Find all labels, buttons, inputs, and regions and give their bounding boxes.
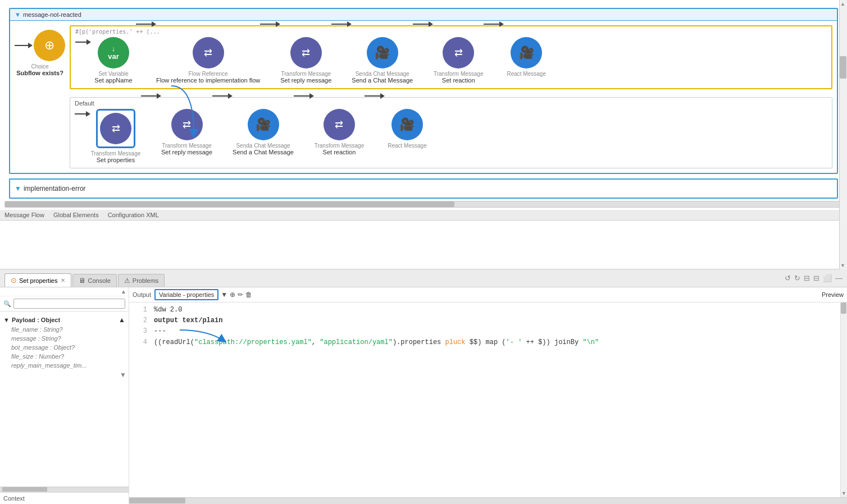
search-input[interactable] [13,299,125,309]
collapse-triangle[interactable]: ▼ [15,11,21,18]
payload-item-0: file_name : String? [0,325,129,334]
tab-console-icon: 🖥 [79,277,85,285]
scroll-down-btn[interactable]: ▼ [120,371,126,379]
delete-icon[interactable]: 🗑 [245,291,252,299]
tab-problems-icon: ⚠ [124,277,130,285]
minimize-icon[interactable]: — [835,274,843,282]
tab-console-label: Console [88,277,110,284]
code-line-4: 4 ((readUrl("classpath://properties.yaml… [129,337,840,348]
set-variable-type: Set Variable [98,71,129,77]
send-chat1-icon: 🎥 [367,37,398,68]
default-node-send-chat2[interactable]: 🎥 Senda Chat Message Send a Chat Message [233,109,294,155]
connector3 [331,21,352,27]
split-h-icon[interactable]: ⊟ [813,274,819,282]
payload-item-4: reply_main_message_tim... [0,361,129,370]
tab-problems[interactable]: ⚠ Problems [118,274,165,287]
impl-error-block: ▼ implementation-error [9,178,838,199]
yellow-node-set-variable[interactable]: ↓var Set Variable Set appName [91,37,136,84]
editor-toolbar: Output Variable - properties ▼ ⊕ ✏ 🗑 Pre… [129,287,847,303]
tab-set-properties[interactable]: ⊙ Set properties ✕ [4,273,71,287]
transform-reaction-icon: ⇄ [324,109,355,140]
set-props-type: Transform Message [91,150,141,157]
default-node-set-properties[interactable]: ⇄ Transform Message Set properties [90,109,141,163]
d-connector4 [365,93,385,99]
add-icon[interactable]: ⊕ [230,291,235,299]
connector5 [484,21,504,27]
variable-badge[interactable]: Variable - properties [154,289,218,300]
transform1-type: Transform Message [281,71,331,77]
impl-label: implementation-error [24,185,86,193]
default-node-transform-reply[interactable]: ⇄ Transform Message Set reply message [161,109,212,155]
code-container: 1 %dw 2.0 2 output text/plain 3 --- 4 [129,303,847,497]
payload-scroll-up[interactable]: ▲ [119,316,125,324]
undo-icon[interactable]: ↺ [785,274,791,282]
right-panel: Output Variable - properties ▼ ⊕ ✏ 🗑 Pre… [129,287,847,504]
start-arrow [15,30,33,61]
top-right-toolbar: ↺ ↻ ⊟ ⊟ ⬜ — [785,274,843,282]
code-editor[interactable]: 1 %dw 2.0 2 output text/plain 3 --- 4 [129,303,840,497]
payload-header-text: Payload : Object [12,317,60,323]
link-global-elements[interactable]: Global Elements [53,212,99,218]
left-h-thumb [2,487,47,492]
yellow-node-send-chat1[interactable]: 🎥 Senda Chat Message Send a Chat Message [352,37,413,84]
default-label: Default [75,100,827,107]
choice-name: Subflow exists? [16,70,63,76]
edit-icon[interactable]: ✏ [238,291,243,299]
default-node-react2[interactable]: 🎥 React Message [385,109,430,149]
line-num-4: 4 [134,337,147,348]
choice-icon: ⊕ [34,30,65,61]
redo-icon[interactable]: ↻ [794,274,800,282]
flow-h-scrollbar[interactable] [4,201,843,208]
set-variable-icon: ↓var [98,37,129,68]
yellow-node-transform1[interactable]: ⇄ Transform Message Set reply message [280,37,331,84]
vscroll-up-arrow[interactable]: ▲ [840,1,845,7]
react1-type: React Message [507,71,545,77]
d-connector2 [212,93,233,99]
payload-tree: ▼ Payload : Object ▲ file_name : String?… [0,311,129,487]
impl-triangle[interactable]: ▼ [15,185,21,193]
maximize-icon[interactable]: ⬜ [823,274,832,282]
transform-reply-name: Set reply message [161,149,212,155]
yellow-node-transform2[interactable]: ⇄ Transform Message Set reaction [433,37,484,84]
payload-item-3: file_size : Number? [0,352,129,361]
choice-node[interactable]: ⊕ Choice Subflow exists? [15,30,65,76]
send-chat2-type: Senda Chat Message [236,143,290,149]
send-chat2-name: Send a Chat Message [233,149,294,155]
link-message-flow[interactable]: Message Flow [4,212,44,218]
code-h-scrollbar[interactable] [129,497,847,504]
flow-h-scrollbar-thumb [5,201,454,207]
send-chat1-type: Senda Chat Message [356,71,409,77]
react2-icon: 🎥 [391,109,423,140]
scroll-down-arrow[interactable]: ▼ [841,491,846,496]
tab-problems-label: Problems [133,277,158,284]
dropdown-arrow-icon[interactable]: ▼ [221,291,227,299]
scroll-up-btn[interactable]: ▲ [121,288,126,295]
react1-icon: 🎥 [511,37,542,68]
yellow-node-flow-ref[interactable]: ⇄ Flow Reference Flow reference to imple… [156,37,260,84]
vscroll-down-arrow[interactable]: ▼ [840,263,845,268]
context-footer: Context [0,492,129,504]
yellow-node-row: ↓var Set Variable Set appName [75,37,827,84]
choice-type: Choice [16,63,63,70]
left-h-scrollbar[interactable] [0,487,129,492]
flow-ref-name: Flow reference to implementation flow [156,77,260,84]
main-v-scrollbar[interactable]: ▲ ▼ [839,0,847,269]
transform-reply-type: Transform Message [162,143,212,149]
link-config-xml[interactable]: Configuration XML [108,212,159,218]
code-line-1: 1 %dw 2.0 [129,305,840,315]
default-node-transform-reaction[interactable]: ⇄ Transform Message Set reaction [314,109,365,155]
yellow-node-react1[interactable]: 🎥 React Message [504,37,549,77]
payload-triangle[interactable]: ▼ [3,317,10,323]
code-v-scrollbar[interactable]: ▼ [840,303,847,497]
transform2-icon: ⇄ [443,37,474,68]
yellow-group: #[p('properties.' ++ (... [70,25,832,89]
transform-reaction-type: Transform Message [315,143,365,149]
tab-close-btn[interactable]: ✕ [61,277,65,283]
tab-console[interactable]: 🖥 Console [72,274,116,287]
split-v-icon[interactable]: ⊟ [804,274,810,282]
tab-set-props-icon: ⊙ [11,276,17,285]
payload-item-1: message : String? [0,334,129,343]
bottom-links-bar: Message Flow Global Elements Configurati… [0,210,847,221]
search-icon: 🔍 [3,300,11,308]
transform1-icon: ⇄ [290,37,322,68]
